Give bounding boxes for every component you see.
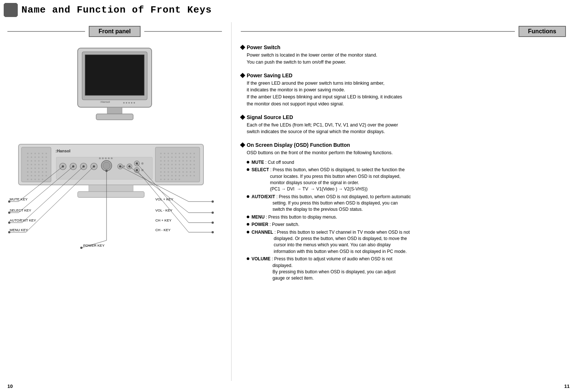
monitor-svg: :Hansol [63, 44, 166, 126]
header-line-left [7, 31, 85, 32]
svg-point-51 [34, 175, 36, 176]
svg-point-22 [38, 156, 40, 158]
svg-point-119 [190, 164, 191, 165]
svg-point-54 [45, 175, 47, 176]
svg-point-99 [190, 156, 191, 158]
diamond-bullet-2 [240, 72, 245, 78]
page-header: Name and Function of Front Keys [4, 3, 212, 17]
svg-point-109 [190, 160, 191, 162]
sub-item-text-volume: VOLUME : Press this button to adjust vol… [252, 256, 566, 282]
svg-point-27 [34, 160, 36, 162]
circle-bullet-menu [247, 216, 249, 218]
svg-point-19 [27, 156, 28, 158]
svg-point-52 [38, 175, 40, 176]
svg-point-150 [193, 175, 195, 176]
svg-point-166 [72, 165, 74, 168]
svg-point-121 [160, 168, 162, 169]
svg-point-101 [160, 160, 162, 162]
main-layout: Front panel :Hansol [0, 22, 577, 381]
svg-point-32 [31, 164, 32, 165]
svg-point-133 [168, 171, 169, 173]
svg-point-71 [108, 158, 110, 159]
svg-text:CH - KEY: CH - KEY [155, 228, 171, 232]
function-title-saving: Power Saving LED [241, 72, 566, 78]
svg-point-100 [193, 156, 195, 158]
svg-point-187 [212, 200, 214, 203]
function-power-saving-led: Power Saving LED If the green LED around… [241, 72, 566, 108]
svg-point-47 [42, 171, 43, 173]
svg-point-144 [171, 175, 173, 176]
svg-rect-9 [107, 107, 122, 114]
svg-point-87 [182, 153, 184, 154]
svg-point-104 [171, 160, 173, 162]
page-number-right: 11 [564, 383, 570, 389]
svg-point-34 [38, 164, 40, 165]
functions-header-line [241, 31, 515, 32]
svg-point-197 [212, 222, 214, 224]
svg-rect-80 [155, 147, 200, 182]
svg-point-107 [182, 160, 184, 162]
svg-point-57 [34, 179, 36, 180]
svg-point-141 [160, 175, 162, 176]
svg-point-89 [190, 153, 191, 154]
svg-point-125 [175, 168, 176, 169]
svg-point-15 [34, 153, 36, 154]
sub-item-text-menu: MENU : Press this button to display menu… [252, 214, 566, 220]
svg-point-152 [164, 179, 165, 180]
svg-point-113 [168, 164, 169, 165]
svg-point-155 [175, 179, 176, 180]
svg-point-147 [182, 175, 184, 176]
svg-point-24 [45, 156, 47, 158]
svg-point-37 [27, 168, 28, 169]
header-icon [4, 3, 18, 17]
svg-text:SELECT KEY: SELECT KEY [10, 208, 31, 212]
svg-point-130 [193, 168, 195, 169]
svg-text:POWER  KEY: POWER KEY [83, 243, 105, 247]
svg-point-88 [186, 153, 188, 154]
svg-point-122 [164, 168, 165, 169]
function-body-osd: OSD buttons on the front of the monitor … [247, 149, 566, 282]
svg-text::Hansol: :Hansol [55, 149, 70, 153]
diamond-bullet-4 [240, 142, 245, 148]
svg-point-21 [34, 156, 36, 158]
svg-text:MUTE KEY: MUTE KEY [10, 197, 28, 201]
svg-point-103 [168, 160, 169, 162]
svg-point-41 [42, 168, 43, 169]
svg-point-8 [134, 102, 135, 104]
svg-point-29 [42, 160, 43, 162]
svg-point-105 [175, 160, 176, 162]
sub-item-text-power: POWER : Power switch. [252, 222, 566, 228]
svg-point-18 [45, 153, 47, 154]
svg-point-43 [27, 171, 28, 173]
svg-point-96 [179, 156, 180, 158]
svg-point-112 [164, 164, 165, 165]
right-panel: Functions Power Switch Power switch is l… [233, 22, 577, 381]
functions-label: Functions [519, 26, 566, 37]
svg-point-136 [179, 171, 180, 173]
svg-point-110 [193, 160, 195, 162]
svg-point-186 [119, 165, 121, 168]
svg-point-50 [31, 175, 32, 176]
sub-item-autoexit: AUTO/EXIT : Press this button, when OSD … [247, 194, 566, 213]
svg-point-38 [31, 168, 32, 169]
svg-point-84 [171, 153, 173, 154]
svg-point-28 [38, 160, 40, 162]
sub-item-text-autoexit: AUTO/EXIT : Press this button, when OSD … [252, 194, 566, 213]
svg-point-67 [103, 162, 110, 169]
svg-point-58 [38, 179, 40, 180]
svg-point-91 [160, 156, 162, 158]
function-power-switch: Power Switch Power switch is located in … [241, 44, 566, 66]
svg-point-151 [160, 179, 162, 180]
svg-point-23 [42, 156, 43, 158]
svg-point-146 [179, 175, 180, 176]
svg-point-154 [171, 179, 173, 180]
front-panel-label: Front panel [89, 26, 140, 37]
svg-point-42 [45, 168, 47, 169]
svg-point-85 [175, 153, 176, 154]
svg-point-171 [82, 165, 85, 168]
svg-point-70 [105, 158, 107, 159]
svg-point-53 [42, 175, 43, 176]
function-body-power: Power switch is located in the lower cen… [247, 52, 566, 66]
svg-point-132 [164, 171, 165, 173]
left-panel: Front panel :Hansol [0, 22, 229, 381]
